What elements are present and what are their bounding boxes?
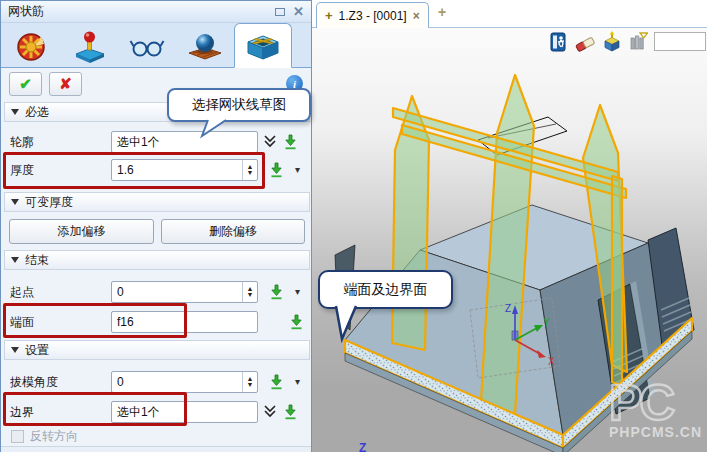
viewport-toolbar [549, 31, 706, 52]
collapse-arrow-icon [11, 347, 19, 353]
triad-x-label: X [548, 356, 555, 367]
tab-joystick[interactable] [60, 23, 118, 68]
view-axis-z-label: Z [359, 441, 366, 452]
triad-y-label: Y [543, 317, 550, 328]
triad-z-label: Z [505, 303, 511, 314]
viewport: + 1.Z3 - [0001] × + [312, 0, 707, 452]
spinner[interactable]: ▲▼ [242, 160, 257, 180]
reverse-direction-label: 反转方向 [30, 428, 78, 445]
thickness-field[interactable]: 1.6 ▲▼ [111, 159, 258, 181]
section-settings[interactable]: 设置 [4, 340, 310, 360]
thickness-row: 厚度 1.6 ▲▼ ▾ [1, 157, 313, 183]
draft-angle-row: 拔模角度 0 ▲▼ ▾ [1, 369, 313, 395]
dropdown-caret-icon[interactable]: ▾ [295, 164, 300, 175]
collapse-arrow-icon [11, 199, 19, 205]
start-field[interactable]: 0 ▲▼ [111, 281, 258, 303]
spinner[interactable]: ▲▼ [242, 282, 257, 302]
start-label: 起点 [10, 284, 34, 301]
exit-icon[interactable] [549, 32, 569, 52]
viewport-filter-input[interactable] [654, 32, 706, 51]
pick-arrow-icon[interactable] [283, 404, 298, 424]
tab-mesh-rib[interactable] [234, 23, 292, 68]
panel-title: 网状筋 [8, 3, 44, 20]
document-tab[interactable]: + 1.Z3 - [0001] × [316, 2, 429, 28]
section-end[interactable]: 结束 [4, 250, 310, 270]
reverse-direction-checkbox[interactable] [11, 430, 24, 443]
boundary-field[interactable]: 选中1个 [111, 401, 258, 423]
pin-icon[interactable]: + [325, 8, 333, 23]
mesh-rib-panel: 网状筋 ✕ [0, 0, 312, 452]
feature-toolbar [1, 23, 311, 68]
pick-arrow-icon[interactable] [269, 374, 284, 394]
remove-offset-button[interactable]: 删除偏移 [161, 219, 305, 244]
restore-icon[interactable] [275, 8, 285, 16]
boundary-label: 边界 [10, 404, 34, 421]
document-tab-title: 1.Z3 - [0001] [339, 9, 407, 23]
start-row: 起点 0 ▲▼ ▾ [1, 279, 313, 305]
app-window: 网状筋 ✕ [0, 0, 707, 452]
boundary-row: 边界 选中1个 [1, 399, 313, 425]
filter-icon[interactable] [629, 32, 648, 51]
watermark-logo: PC [609, 382, 702, 425]
pick-arrow-icon[interactable] [283, 134, 298, 154]
watermark: PC PHPCMS.CN [609, 382, 702, 441]
gauge-icon [14, 29, 48, 63]
cancel-button[interactable]: ✘ [49, 72, 82, 96]
callout-tail [332, 305, 360, 343]
joystick-icon [72, 28, 106, 64]
pick-arrow-icon[interactable] [289, 314, 304, 334]
reverse-direction-row: 反转方向 [11, 428, 78, 445]
ok-button[interactable]: ✔ [9, 72, 42, 96]
spinner[interactable]: ▲▼ [242, 372, 257, 392]
profile-row: 轮廓 选中1个 [1, 129, 313, 155]
rib-box-icon [245, 29, 281, 63]
draft-angle-label: 拔模角度 [10, 374, 58, 391]
close-icon[interactable]: ✕ [293, 7, 304, 17]
show-target-icon[interactable] [602, 31, 623, 52]
add-offset-button[interactable]: 添加偏移 [9, 219, 154, 244]
panel-titlebar: 网状筋 ✕ [1, 1, 311, 23]
watermark-text: PHPCMS.CN [609, 424, 702, 440]
chevron-down-icon[interactable] [263, 404, 277, 422]
pick-arrow-icon[interactable] [269, 284, 284, 304]
draft-angle-field[interactable]: 0 ▲▼ [111, 371, 258, 393]
collapse-arrow-icon [11, 257, 19, 263]
end-face-field[interactable]: f16 [111, 311, 258, 333]
tab-gauge[interactable] [2, 23, 60, 68]
collapse-arrow-icon [11, 109, 19, 115]
profile-label: 轮廓 [10, 134, 34, 151]
section-variable-thickness[interactable]: 可变厚度 [4, 192, 310, 212]
profile-field[interactable]: 选中1个 [111, 131, 258, 153]
panel-footer [1, 446, 311, 452]
model-canvas[interactable]: Z Y X 端面及边界面 PC PHPCMS.CN Z [312, 28, 707, 452]
callout-bubble: 端面及边界面 [318, 270, 453, 309]
thickness-label: 厚度 [10, 162, 34, 179]
tooltip-bubble: 选择网状线草图 [167, 88, 311, 122]
document-tabbar: + 1.Z3 - [0001] × + [312, 0, 707, 28]
pick-arrow-icon[interactable] [269, 162, 284, 182]
eraser-icon[interactable] [575, 32, 596, 52]
dropdown-caret-icon[interactable]: ▾ [295, 286, 300, 297]
tooltip-tail [199, 119, 229, 139]
end-face-row: 端面 f16 [1, 309, 313, 335]
new-tab-button[interactable]: + [438, 4, 446, 20]
tab-sphere[interactable] [176, 23, 234, 68]
glasses-icon [129, 29, 165, 63]
rib-rail-end [612, 176, 622, 386]
dropdown-caret-icon[interactable]: ▾ [295, 376, 300, 387]
chevron-down-icon[interactable] [263, 134, 277, 152]
tab-glasses[interactable] [118, 23, 176, 68]
tab-close-icon[interactable]: × [413, 9, 420, 23]
end-face-label: 端面 [10, 314, 34, 331]
sphere-icon [187, 29, 223, 63]
